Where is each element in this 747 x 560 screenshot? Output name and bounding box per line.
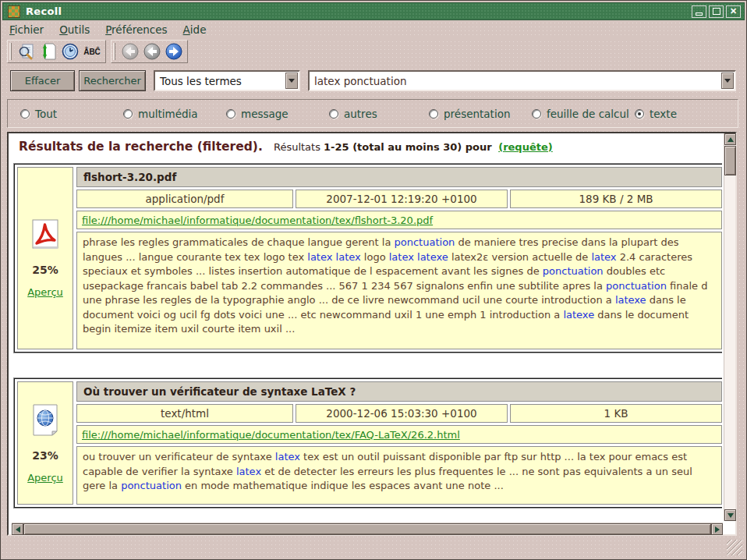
result-title: Où trouver un vérificateur de syntaxe La…	[76, 381, 722, 402]
html-file-icon	[30, 402, 61, 439]
radio-multime-dia[interactable]: multimédia	[123, 108, 198, 120]
horizontal-scrollbar[interactable]	[12, 523, 723, 534]
toolbar-group-navigation	[111, 40, 188, 63]
scroll-up-button[interactable]	[724, 133, 736, 145]
vertical-scroll-thumb[interactable]	[724, 146, 736, 175]
down-arrow-icon	[728, 513, 734, 518]
results-list: 25% Aperçu flshort-3.20.pdf application/…	[13, 164, 722, 508]
search-mode-dropdown-button[interactable]	[285, 73, 298, 89]
highlighted-term: ponctuation	[606, 280, 667, 292]
search-button[interactable]: Rechercher	[79, 70, 146, 91]
result-item: 23% Aperçu Où trouver un vérificateur de…	[14, 378, 722, 508]
first-back-button[interactable]	[120, 41, 140, 62]
forward-button[interactable]	[164, 41, 184, 62]
radio-icon[interactable]	[329, 109, 338, 119]
back-arrow-icon	[143, 42, 161, 61]
search-mode-select[interactable]: Tous les termes	[154, 70, 300, 91]
menu-fichier[interactable]: Fichier	[9, 23, 44, 36]
radio-tout[interactable]: Tout	[20, 108, 57, 120]
preview-link[interactable]: Aperçu	[27, 286, 63, 298]
highlighted-term: latex latex	[307, 251, 360, 263]
radio-icon[interactable]	[429, 109, 438, 119]
radio-texte[interactable]: texte	[635, 108, 677, 120]
right-arrow-icon	[715, 526, 720, 533]
search-history-dropdown-button[interactable]	[721, 73, 734, 89]
back-button[interactable]	[142, 41, 162, 62]
back-arrow-icon	[121, 42, 140, 61]
radio-pre-sentation[interactable]: présentation	[429, 108, 510, 120]
up-arrow-icon	[728, 137, 734, 142]
search-query-value: latex ponctuation	[314, 75, 406, 87]
titlebar[interactable]: Recoll ✕	[2, 2, 745, 20]
window-title: Recoll	[26, 5, 62, 17]
highlighted-term: ponctuation	[395, 236, 455, 248]
document-history-button[interactable]	[60, 41, 80, 62]
result-main: flshort-3.20.pdf application/pdf 2007-12…	[76, 167, 722, 349]
radio-label: autres	[344, 108, 377, 120]
query-link[interactable]: (requête)	[498, 141, 553, 153]
radio-icon[interactable]	[532, 109, 541, 119]
result-side-panel: 25% Aperçu	[17, 167, 73, 349]
toolbar-handle[interactable]	[9, 43, 12, 60]
minimize-button[interactable]	[692, 5, 706, 18]
vertical-scrollbar[interactable]	[724, 133, 735, 521]
toolbar: ÂBĈ	[7, 40, 188, 63]
term-explorer-button[interactable]: ÂBĈ	[82, 41, 102, 62]
result-url-link[interactable]: file:///home/michael/informatique/docume…	[82, 214, 433, 226]
clear-button[interactable]: Effacer	[10, 70, 75, 91]
radio-label: message	[241, 108, 289, 120]
search-input[interactable]: latex ponctuation	[308, 70, 736, 91]
radio-selected-icon[interactable]	[635, 109, 644, 119]
radio-label: multimédia	[138, 108, 198, 120]
scroll-down-button[interactable]	[724, 509, 736, 521]
menu-aide[interactable]: Aide	[183, 23, 207, 36]
maximize-icon	[713, 8, 720, 15]
maximize-button[interactable]	[709, 5, 724, 18]
result-snippet: ou trouver un verificateur de syntaxe la…	[76, 446, 722, 505]
pdf-file-icon	[30, 218, 60, 253]
forward-arrow-icon	[165, 42, 183, 61]
radio-icon[interactable]	[20, 109, 30, 119]
result-title: flshort-3.20.pdf	[76, 167, 722, 187]
radio-feuille-de-calcul[interactable]: feuille de calcul	[532, 108, 629, 120]
horizontal-scroll-thumb[interactable]	[23, 523, 711, 535]
filter-bar: Toutmultimédiamessageautresprésentationf…	[7, 99, 738, 128]
radio-autres[interactable]: autres	[329, 108, 377, 120]
radio-icon[interactable]	[226, 109, 235, 119]
highlighted-term: latex	[275, 451, 300, 463]
advanced-search-icon	[17, 42, 36, 61]
highlighted-term: ponctuation	[543, 265, 604, 277]
menubar: FichierOutilsPréférencesAide	[3, 21, 744, 38]
toolbar-handle[interactable]	[113, 43, 115, 60]
toolbar-group-tools: ÂBĈ	[7, 40, 106, 63]
radio-label: feuille de calcul	[547, 108, 629, 120]
result-url-link[interactable]: file:///home/michael/informatique/docume…	[82, 429, 460, 441]
radio-label: présentation	[444, 108, 510, 120]
sort-parameters-button[interactable]	[38, 41, 58, 62]
term-explorer-icon: ÂBĈ	[83, 48, 101, 56]
results-header: Résultats de la recherche (filtered). Ré…	[19, 140, 722, 154]
relevance-percent: 23%	[32, 449, 58, 462]
advanced-search-button[interactable]	[16, 41, 37, 62]
resize-grip[interactable]	[727, 540, 742, 555]
scroll-left-button[interactable]	[12, 523, 23, 535]
search-mode-value: Tous les termes	[160, 75, 242, 87]
minimize-icon	[696, 12, 703, 16]
menu-preferences[interactable]: Préférences	[105, 23, 167, 36]
result-item: 25% Aperçu flshort-3.20.pdf application/…	[14, 164, 722, 353]
result-mime-type: application/pdf	[76, 190, 293, 208]
preview-link[interactable]: Aperçu	[27, 472, 63, 484]
radio-icon[interactable]	[123, 109, 133, 119]
highlighted-term: latex	[236, 466, 261, 477]
close-button[interactable]: ✕	[726, 5, 741, 18]
highlighted-term: latex latexe	[389, 251, 448, 263]
result-side-panel: 23% Aperçu	[17, 381, 73, 505]
radio-message[interactable]: message	[226, 108, 289, 120]
search-row: Effacer Rechercher Tous les termes latex…	[10, 70, 736, 91]
result-meta-row: text/html 2000-12-06 15:03:30 +0100 1 KB	[76, 404, 722, 423]
scroll-right-button[interactable]	[711, 523, 723, 535]
result-url-row: file:///home/michael/informatique/docume…	[76, 425, 722, 444]
menu-outils[interactable]: Outils	[59, 23, 90, 36]
result-snippet: phrase les regles grammaticales de chaqu…	[76, 232, 722, 349]
result-mime-type: text/html	[76, 404, 293, 423]
